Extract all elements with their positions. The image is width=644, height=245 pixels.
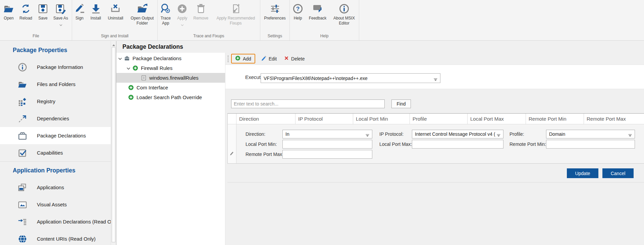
button-label: Apply — [177, 16, 187, 21]
section-heading-package-properties: Package Properties — [13, 45, 111, 55]
button-label: Uninstall — [108, 16, 123, 21]
profile-value: Domain — [549, 131, 565, 137]
sidebar-item-application-declarations[interactable]: Application Declarations (Read Only) — [0, 213, 111, 230]
about-msix-editor-button[interactable]: About MSIX Editor — [330, 2, 358, 27]
uninstall-button[interactable]: Uninstall — [105, 2, 126, 22]
local-port-min-input[interactable] — [282, 140, 372, 149]
open-button[interactable]: Open — [1, 2, 16, 22]
remote-port-max-label: Remote Port Max: — [246, 152, 283, 157]
grid-header-profile[interactable]: Profile — [410, 114, 468, 124]
combo-dropdown-icon[interactable] — [366, 133, 369, 138]
combo-dropdown-icon[interactable] — [628, 133, 632, 138]
sidebar-item-visual-assets[interactable]: Visual Assets — [0, 196, 111, 213]
grid-header-remote-port-max[interactable]: Remote Port Max — [584, 114, 644, 124]
local-port-max-input[interactable] — [412, 140, 503, 149]
sidebar-item-label: Files and Folders — [37, 81, 75, 87]
ip-protocol-combobox[interactable]: Internet Control Message Protocol v4 (I.… — [412, 130, 503, 138]
sidebar-item-registry[interactable]: Registry — [0, 93, 111, 110]
grid-header-local-port-min[interactable]: Local Port Min — [353, 114, 410, 124]
edit-button[interactable]: Edit — [258, 54, 280, 63]
trace-app-button[interactable]: Trace App — [158, 2, 174, 27]
ribbon: Open Reload Save Save As File — [0, 0, 644, 41]
install-button[interactable]: Install — [88, 2, 104, 22]
chevron-expanded-icon[interactable] — [118, 55, 122, 61]
tree-item-loader-search-path-override[interactable]: Loader Search Path Override — [116, 92, 225, 102]
cancel-button-label: Cancel — [611, 171, 626, 176]
feedback-icon — [312, 3, 323, 14]
sign-button[interactable]: Sign — [72, 2, 87, 22]
chevron-expanded-icon[interactable] — [126, 65, 130, 71]
rules-grid-section: Find Direction IP Protocol Local Port Mi… — [225, 89, 644, 245]
ribbon-group-label: Sign and Install — [72, 33, 157, 40]
grid-header-ip-protocol[interactable]: IP Protocol — [296, 114, 353, 124]
remote-port-max-input[interactable] — [282, 150, 372, 159]
save-as-button[interactable]: Save As — [51, 2, 70, 28]
edit-button-label: Edit — [269, 56, 277, 62]
save-as-icon — [55, 3, 66, 14]
visual-assets-icon — [17, 200, 28, 210]
sidebar-item-applications[interactable]: Applications — [0, 179, 111, 196]
button-label: Open — [4, 16, 13, 21]
direction-combobox[interactable]: In — [282, 130, 372, 138]
button-label: Remove — [193, 16, 208, 21]
button-label: Open Output Folder — [129, 16, 156, 26]
sidebar-item-label: Application Declarations (Read Only) — [37, 219, 119, 224]
remove-button[interactable]: Remove — [191, 2, 211, 22]
sidebar-item-dependencies[interactable]: Dependencies — [0, 110, 111, 127]
grid-header-direction[interactable]: Direction — [236, 114, 296, 124]
find-button[interactable]: Find — [391, 99, 411, 108]
sidebar-item-capabilities[interactable]: Capabilities — [0, 144, 111, 161]
briefcase-icon — [124, 55, 130, 61]
apply-button[interactable]: Apply — [174, 2, 191, 28]
grid-header-local-port-max[interactable]: Local Port Max — [468, 114, 526, 124]
add-button[interactable]: Add — [231, 54, 255, 64]
combo-dropdown-icon[interactable] — [434, 77, 437, 82]
apply-plus-icon — [176, 3, 188, 14]
grid-bottom-border — [227, 182, 644, 182]
sidebar-scrollbar[interactable] — [111, 41, 116, 245]
tree-item-label: Com Interface — [137, 85, 168, 90]
executable-combobox[interactable]: VFS\ProgramFilesX86\Notepad++\notepad++.… — [261, 73, 440, 83]
open-output-folder-button[interactable]: Open Output Folder — [127, 2, 157, 27]
applications-icon — [17, 182, 28, 193]
save-button[interactable]: Save — [36, 2, 50, 22]
dependencies-icon — [17, 114, 28, 124]
sidebar-item-package-information[interactable]: Package Information — [0, 58, 111, 76]
tree-item-label: Package Declarations — [132, 55, 181, 61]
add-button-label: Add — [243, 56, 251, 62]
reload-button[interactable]: Reload — [17, 2, 35, 22]
profile-combobox[interactable]: Domain — [546, 130, 635, 138]
sidebar-item-files-and-folders[interactable]: Files and Folders — [0, 76, 111, 93]
remote-port-min-input[interactable] — [546, 140, 635, 149]
sidebar-item-content-uris[interactable]: Content URIs (Read Only) — [0, 230, 111, 245]
scrollbar-thumb[interactable] — [112, 47, 115, 242]
chevron-down-icon — [181, 22, 184, 28]
toolbar-grip-handle[interactable] — [228, 55, 228, 62]
tree-item-com-interface[interactable]: Com Interface — [116, 83, 225, 92]
preferences-button[interactable]: Preferences — [261, 2, 289, 22]
feedback-button[interactable]: Feedback — [306, 2, 329, 22]
combo-dropdown-icon[interactable] — [497, 133, 500, 138]
delete-button[interactable]: Delete — [281, 54, 308, 63]
tree-item-firewall-rules[interactable]: Firewall Rules — [116, 63, 225, 73]
button-label: Apply Recommended Fixups — [213, 16, 258, 26]
grid-header-remote-port-min[interactable]: Remote Port Min — [526, 114, 584, 124]
edit-pencil-icon — [261, 55, 266, 62]
preferences-sliders-icon — [269, 3, 281, 14]
search-input[interactable] — [231, 99, 385, 108]
sidebar-item-label: Capabilities — [37, 150, 63, 156]
tree-item-windows-firewallrules[interactable]: windows.firewallRules — [116, 73, 225, 83]
about-icon — [338, 3, 350, 14]
package-box-icon — [17, 131, 28, 141]
reload-icon — [20, 3, 32, 14]
apply-recommended-fixups-button[interactable]: Apply Recommended Fixups — [212, 2, 260, 27]
sidebar-item-package-declarations[interactable]: Package Declarations — [0, 127, 111, 144]
button-label: Preferences — [264, 16, 286, 21]
help-button[interactable]: ? Help — [290, 2, 305, 22]
update-button[interactable]: Update — [567, 168, 598, 178]
folder-icon — [17, 79, 28, 89]
sign-pencil-icon — [74, 3, 85, 14]
sidebar-item-label: Package Information — [37, 64, 83, 70]
tree-item-package-declarations[interactable]: Package Declarations — [116, 53, 225, 63]
cancel-button[interactable]: Cancel — [602, 168, 634, 178]
